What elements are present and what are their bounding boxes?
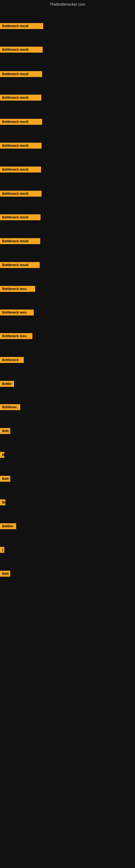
bottleneck-result-label[interactable]: Bottleneck result — [0, 23, 43, 29]
bottleneck-result-label[interactable]: Bott — [0, 571, 10, 577]
bottleneck-result-label[interactable]: Bottle — [0, 381, 14, 387]
bottleneck-result-label[interactable]: Bottlenec — [0, 404, 20, 410]
bottleneck-result-label[interactable]: Bottleneck result — [0, 143, 42, 149]
bottleneck-result-label[interactable]: Bottleneck result — [0, 71, 42, 77]
bottleneck-result-label[interactable]: Bo — [0, 499, 5, 505]
bottleneck-result-label[interactable]: Bottleneck result — [0, 166, 41, 173]
site-title: TheBottlenecker.com — [0, 0, 135, 8]
bottleneck-result-label[interactable]: Bott — [0, 476, 10, 482]
bottleneck-result-label[interactable]: Bottleneck resu — [0, 310, 34, 315]
bottleneck-result-label[interactable]: Bottleneck result — [0, 262, 40, 268]
bottleneck-result-label[interactable]: Bott — [0, 428, 10, 434]
bottleneck-result-label[interactable]: Bottleneck result — [0, 95, 41, 101]
bottleneck-result-label[interactable]: | — [0, 547, 4, 553]
bottleneck-result-label[interactable]: Bottleneck resu — [0, 333, 32, 339]
bottleneck-result-label[interactable]: Bottleneck resu — [0, 286, 35, 292]
bottleneck-result-label[interactable]: Bottleneck — [0, 357, 24, 363]
bottleneck-result-label[interactable]: Bottleneck result — [0, 119, 42, 125]
bottleneck-result-label[interactable]: Bottleneck result — [0, 46, 43, 53]
bottleneck-result-label[interactable]: Bottleneck result — [0, 214, 41, 220]
bottleneck-result-label[interactable]: B — [0, 452, 4, 458]
bottleneck-result-label[interactable]: Bottleneck result — [0, 191, 42, 197]
bottleneck-result-label[interactable]: Bottleneck result — [0, 238, 40, 244]
bottleneck-result-label[interactable]: Bottlen — [0, 523, 16, 529]
